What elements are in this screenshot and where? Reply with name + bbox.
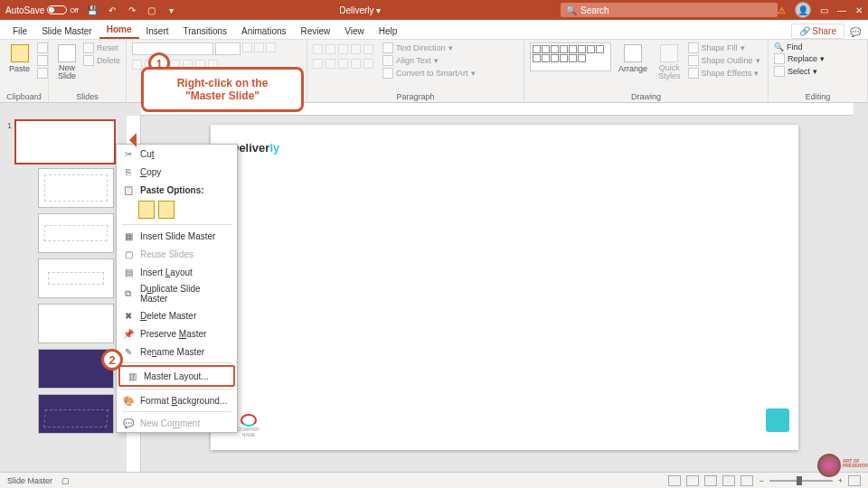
paste-button[interactable]: Paste [5, 42, 33, 75]
scissors-icon: ✂ [122, 147, 135, 160]
format-painter-icon[interactable] [37, 68, 48, 79]
tab-review[interactable]: Review [294, 23, 338, 39]
search-box[interactable]: 🔍 Search [561, 3, 778, 17]
align-text-button[interactable]: Align Text ▾ [382, 55, 476, 66]
copy-icon[interactable] [37, 55, 48, 66]
search-icon: 🔍 [566, 5, 577, 15]
slide-canvas[interactable]: Deliverly COMPANY NAME [211, 125, 798, 450]
delete-icon: ✖ [122, 309, 135, 322]
layout-thumb[interactable] [38, 394, 114, 434]
cm-rename-master[interactable]: ✎Rename Master [117, 343, 237, 361]
indent-inc-icon[interactable] [351, 44, 361, 54]
accessibility-icon[interactable]: ▢ [61, 476, 70, 485]
find-button[interactable]: 🔍Find [774, 42, 825, 52]
tab-view[interactable]: View [337, 23, 372, 39]
new-slide-icon [58, 44, 76, 62]
cm-cut[interactable]: ✂Cut [117, 145, 237, 163]
align-right-icon[interactable] [338, 59, 348, 69]
tab-help[interactable]: Help [372, 23, 405, 39]
increase-font-icon[interactable] [242, 42, 252, 52]
cm-copy[interactable]: ⎘Copy [117, 163, 237, 181]
save-icon[interactable]: 💾 [86, 4, 99, 16]
tab-animations[interactable]: Animations [234, 23, 293, 39]
line-spacing-icon[interactable] [363, 44, 373, 54]
cut-icon[interactable] [37, 42, 48, 53]
view-sorter-icon[interactable] [704, 475, 717, 486]
share-button[interactable]: 🔗 Share [791, 23, 844, 39]
numbering-icon[interactable] [326, 44, 335, 54]
master-slide-thumb[interactable]: 1 [14, 119, 116, 164]
clipboard-group-label: Clipboard [0, 90, 48, 101]
ribbon-display-icon[interactable]: ▭ [820, 5, 828, 15]
toggle-off-icon[interactable] [47, 5, 67, 14]
view-slideshow-icon[interactable] [741, 475, 753, 486]
layout-thumb[interactable] [38, 304, 114, 343]
cm-delete-master[interactable]: ✖Delete Master [117, 306, 237, 324]
bullets-icon[interactable] [313, 44, 323, 54]
qat-more-icon[interactable]: ▾ [165, 4, 178, 16]
present-icon[interactable]: ▢ [146, 4, 158, 16]
cm-insert-slide-master[interactable]: ▦Insert Slide Master [117, 227, 237, 245]
tab-home[interactable]: Home [99, 22, 139, 39]
arrange-button[interactable]: Arrange [615, 42, 651, 75]
tab-transitions[interactable]: Transitions [176, 23, 235, 39]
align-left-icon[interactable] [313, 59, 323, 69]
quick-styles-button[interactable]: Quick Styles [655, 42, 684, 82]
document-title[interactable]: Deliverly [339, 5, 373, 15]
paste-option-keep[interactable] [158, 201, 175, 219]
paragraph-group-label: Paragraph [307, 90, 524, 101]
context-menu: ✂Cut ⎘Copy 📋Paste Options: ▦Insert Slide… [116, 144, 238, 433]
indent-dec-icon[interactable] [338, 44, 348, 54]
cm-preserve-master[interactable]: 📌Preserve Master [117, 324, 237, 343]
thumbnail-pane[interactable]: 1 [0, 116, 127, 477]
tab-insert[interactable]: Insert [139, 23, 176, 39]
drawing-group-label: Drawing [524, 90, 768, 101]
insert-layout-icon: ▤ [122, 266, 135, 278]
tab-file[interactable]: File [5, 23, 34, 39]
layout-thumb[interactable] [38, 168, 114, 208]
tab-slide-master[interactable]: Slide Master [34, 23, 99, 39]
slide-number-placeholder-icon[interactable] [766, 408, 789, 432]
delete-button[interactable]: Delete [83, 55, 120, 66]
shape-fill-button[interactable]: Shape Fill ▾ [688, 42, 760, 53]
cm-duplicate-slide-master[interactable]: ⧉Duplicate Slide Master [117, 281, 237, 306]
shape-outline-button[interactable]: Shape Outline ▾ [688, 55, 760, 66]
columns-icon[interactable] [363, 59, 373, 69]
reset-button[interactable]: Reset [83, 42, 120, 53]
align-center-icon[interactable] [326, 59, 335, 69]
minimize-icon[interactable]: — [837, 5, 846, 15]
warning-icon[interactable]: ⚠ [778, 5, 786, 15]
zoom-out-icon[interactable]: − [759, 476, 763, 485]
paste-icon: 📋 [122, 183, 135, 196]
view-reading-icon[interactable] [722, 475, 735, 486]
justify-icon[interactable] [351, 59, 361, 69]
cm-reuse-slides: ▢Reuse Slides [117, 245, 237, 263]
clear-format-icon[interactable] [266, 42, 276, 52]
decrease-font-icon[interactable] [254, 42, 264, 52]
new-slide-button[interactable]: New Slide [54, 42, 80, 82]
comments-icon[interactable]: 💬 [848, 25, 863, 39]
cm-master-layout[interactable]: ▥Master Layout... [118, 365, 235, 387]
autosave-label: AutoSave [5, 5, 44, 15]
notes-button[interactable] [668, 475, 681, 486]
zoom-slider[interactable] [769, 480, 833, 482]
select-button[interactable]: Select ▾ [774, 66, 825, 77]
search-placeholder: Search [580, 5, 609, 15]
cm-format-background[interactable]: 🎨Format Background... [117, 391, 237, 409]
view-normal-icon[interactable] [686, 475, 699, 486]
convert-smartart-button[interactable]: Convert to SmartArt ▾ [382, 68, 476, 79]
undo-icon[interactable]: ↶ [106, 4, 118, 16]
user-avatar[interactable]: 👤 [795, 2, 811, 18]
paste-option-theme[interactable] [138, 201, 155, 219]
shape-effects-button[interactable]: Shape Effects ▾ [688, 68, 760, 79]
layout-thumb[interactable] [38, 213, 114, 253]
replace-button[interactable]: Replace ▾ [774, 53, 825, 64]
annotation: 1 Right-click on the "Master Slide" 2 [141, 52, 304, 112]
cm-insert-layout[interactable]: ▤Insert Layout [117, 263, 237, 281]
close-icon[interactable]: ✕ [855, 5, 863, 15]
text-direction-button[interactable]: Text Direction ▾ [382, 42, 476, 53]
layout-thumb[interactable] [38, 258, 114, 298]
redo-icon[interactable]: ↷ [126, 4, 138, 16]
shapes-gallery[interactable] [530, 42, 611, 71]
autosave-toggle[interactable]: AutoSave Off [5, 5, 79, 15]
